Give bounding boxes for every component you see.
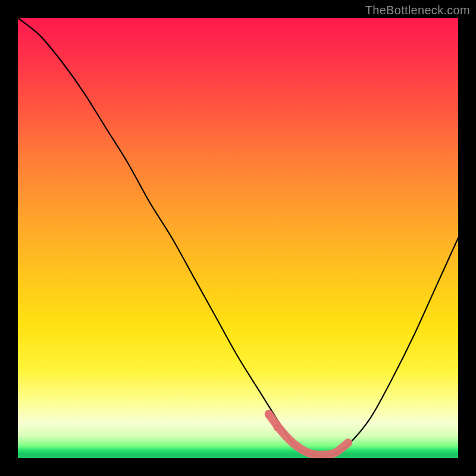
bottleneck-curve: [18, 18, 458, 456]
optimal-zone-marker: [269, 414, 348, 455]
chart-svg: [18, 18, 458, 458]
watermark-text: TheBottleneck.com: [365, 4, 470, 17]
marker-dot: [274, 423, 282, 431]
chart-frame: TheBottleneck.com: [0, 0, 476, 476]
marker-dot: [265, 410, 273, 418]
plot-area: [18, 18, 458, 458]
